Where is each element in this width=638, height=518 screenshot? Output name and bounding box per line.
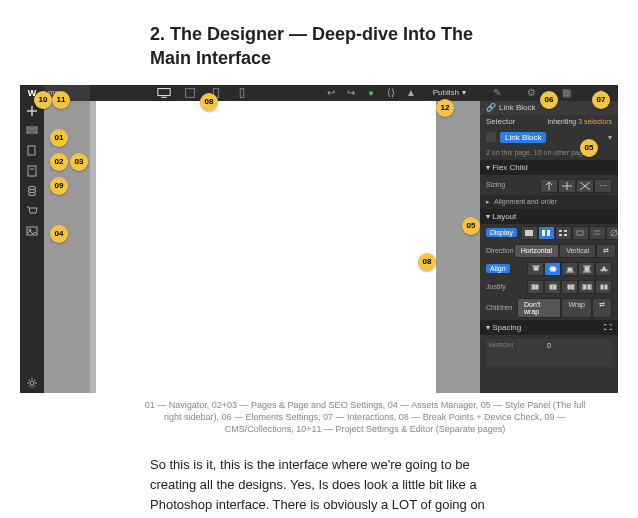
svg-rect-29: [564, 230, 567, 232]
align-start[interactable]: [527, 262, 544, 276]
section-spacing[interactable]: ▾ Spacing ⛶: [480, 320, 618, 335]
direction-horizontal[interactable]: Horizontal: [514, 244, 560, 258]
justify-end[interactable]: [561, 280, 578, 294]
direction-reverse[interactable]: ⇄: [596, 244, 616, 258]
inheriting-count: 3 selectors: [578, 118, 612, 125]
justify-center[interactable]: [544, 280, 561, 294]
device-mobile-icon[interactable]: [234, 87, 250, 99]
expand-icon[interactable]: ⛶: [604, 323, 612, 332]
svg-point-17: [30, 381, 34, 385]
selector-tag[interactable]: Link Block: [500, 132, 546, 143]
settings-icon[interactable]: [20, 373, 44, 393]
publish-button[interactable]: Publish ▾: [427, 85, 472, 101]
code-icon[interactable]: ⟨⟩: [384, 86, 398, 100]
svg-rect-28: [559, 230, 562, 232]
justify-between[interactable]: [578, 280, 595, 294]
section-flex-child[interactable]: ▾ Flex Child: [480, 160, 618, 175]
page-seo-icon[interactable]: [20, 161, 44, 181]
align-baseline[interactable]: A: [595, 262, 612, 276]
annotation-11: 11: [52, 91, 70, 109]
selector-label: Selector: [486, 117, 515, 126]
spacing-top-value[interactable]: 0: [547, 342, 551, 349]
sizing-label: Sizing: [486, 181, 518, 188]
sizing-opt-3[interactable]: [576, 179, 594, 193]
ecommerce-icon[interactable]: [20, 201, 44, 221]
alignment-order-row[interactable]: ▸Alignment and order: [480, 195, 618, 209]
canvas[interactable]: [96, 101, 436, 393]
link-icon: 🔗: [486, 103, 496, 112]
display-flex[interactable]: [538, 226, 555, 240]
svg-rect-45: [585, 267, 589, 271]
annotation-08b: 08: [418, 253, 436, 271]
undo-icon[interactable]: ↩: [324, 86, 338, 100]
annotation-10: 10: [34, 91, 52, 109]
device-tablet-icon[interactable]: [182, 87, 198, 99]
svg-rect-42: [568, 268, 572, 271]
layout-tab-icon[interactable]: ▦: [562, 87, 571, 98]
inheriting-label: Inheriting: [547, 118, 576, 125]
direction-label: Direction: [486, 247, 514, 254]
justify-label: Justify: [486, 283, 518, 290]
children-reverse[interactable]: ⇄: [592, 298, 612, 318]
svg-rect-10: [28, 166, 36, 176]
display-inline[interactable]: [589, 226, 606, 240]
screenshot: ↩ ↪ ● ⟨⟩ ▲ Publish ▾ W: [20, 85, 618, 393]
svg-rect-0: [158, 88, 170, 95]
svg-rect-31: [564, 234, 567, 236]
topbar-actions: ↩ ↪ ● ⟨⟩ ▲: [324, 85, 418, 101]
svg-rect-60: [588, 285, 590, 289]
svg-rect-49: [533, 285, 535, 289]
annotation-12: 12: [436, 99, 454, 117]
sizing-opt-1[interactable]: [540, 179, 558, 193]
justify-around[interactable]: [595, 280, 612, 294]
check-icon[interactable]: ●: [364, 86, 378, 100]
svg-rect-4: [240, 88, 244, 97]
chevron-down-icon[interactable]: ▾: [608, 133, 612, 142]
selector-color-swatch[interactable]: [486, 132, 496, 142]
preview-icon[interactable]: ▲: [404, 86, 418, 100]
svg-rect-26: [542, 230, 545, 236]
settings-tab-icon[interactable]: ⚙: [527, 87, 536, 98]
svg-text:A: A: [602, 266, 606, 272]
pages-icon[interactable]: [20, 141, 44, 161]
svg-rect-40: [551, 267, 555, 271]
display-grid[interactable]: [555, 226, 572, 240]
annotation-01: 01: [50, 129, 68, 147]
children-row: Children Don't wrap Wrap ⇄: [480, 296, 618, 320]
annotation-04: 04: [50, 225, 68, 243]
align-center[interactable]: [544, 262, 561, 276]
svg-rect-55: [568, 285, 570, 289]
align-end[interactable]: [561, 262, 578, 276]
spacing-box[interactable]: MARGIN 0: [486, 339, 612, 367]
svg-rect-50: [536, 285, 538, 289]
left-sidebar: W: [20, 85, 44, 393]
align-stretch[interactable]: [578, 262, 595, 276]
selector-input-row[interactable]: Link Block ▾: [480, 129, 618, 146]
svg-rect-30: [559, 234, 562, 236]
assets-icon[interactable]: [20, 221, 44, 241]
svg-rect-2: [186, 88, 195, 97]
section-layout[interactable]: ▾ Layout: [480, 209, 618, 224]
sizing-more[interactable]: ⋯: [594, 179, 612, 193]
figure-caption: 01 — Navigator, 02+03 — Pages & Page and…: [140, 399, 590, 435]
device-desktop-icon[interactable]: [156, 87, 172, 99]
navigator-icon[interactable]: [20, 121, 44, 141]
brush-icon[interactable]: ✎: [493, 87, 501, 98]
sizing-opt-2[interactable]: [558, 179, 576, 193]
svg-rect-53: [554, 285, 556, 289]
children-nowrap[interactable]: Don't wrap: [517, 298, 561, 318]
display-block[interactable]: [521, 226, 538, 240]
display-none[interactable]: [606, 226, 618, 240]
redo-icon[interactable]: ↪: [344, 86, 358, 100]
svg-rect-8: [27, 131, 37, 133]
cms-icon[interactable]: [20, 181, 44, 201]
display-label: Display: [486, 228, 517, 237]
svg-rect-59: [584, 285, 586, 289]
children-label: Children: [486, 304, 517, 311]
sizing-row: Sizing ⋯: [480, 175, 618, 195]
display-inline-block[interactable]: [572, 226, 589, 240]
spacing-margin-label: MARGIN: [489, 342, 513, 348]
direction-vertical[interactable]: Vertical: [559, 244, 596, 258]
children-wrap[interactable]: Wrap: [561, 298, 592, 318]
justify-start[interactable]: [527, 280, 544, 294]
